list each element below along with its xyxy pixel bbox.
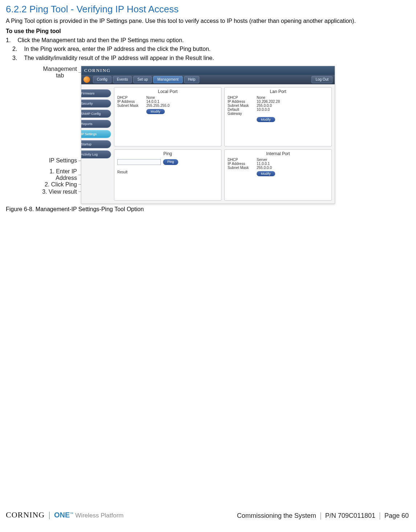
sidebar-item-firmware[interactable]: Firmware — [81, 89, 111, 97]
step-3-number: 3. — [12, 54, 23, 63]
annotation-enter-ip: 1. Enter IP Address — [49, 168, 77, 181]
footer-sep-2 — [380, 512, 380, 520]
internal-mask-value: 255.0.0.0 — [257, 166, 272, 170]
section-number: 6.2.2 — [6, 4, 27, 15]
panel-internal-port: Internal Port DHCPServer IP Address11.0.… — [224, 149, 332, 201]
sidebar-item-security[interactable]: Security — [81, 100, 111, 108]
local-mask-value: 255.255.255.0 — [146, 104, 170, 108]
figure: Management tab IP Settings 1. Enter IP A… — [11, 66, 338, 204]
local-modify-button[interactable]: Modify — [146, 109, 165, 114]
brand-corning: CORNING — [6, 510, 45, 520]
lan-mask-label: Subnet Mask — [228, 104, 254, 108]
tab-setup[interactable]: Set up — [133, 76, 152, 83]
step-2-text: In the Ping work area, enter the IP addr… — [24, 46, 211, 52]
lan-ip-value: 10.206.202.28 — [257, 100, 280, 104]
sidebar-item-activity-log[interactable]: Activity Log — [81, 150, 111, 158]
panel-ping: Ping Ping Result — [114, 149, 221, 201]
home-orb-icon[interactable] — [83, 76, 90, 83]
tab-help[interactable]: Help — [184, 76, 200, 83]
tab-config[interactable]: Config — [93, 76, 111, 83]
local-dhcp-label: DHCP — [117, 96, 143, 100]
instructions-list: 1. Click the Management tab and then the… — [6, 36, 410, 63]
sidebar-item-ip-settings[interactable]: IP Settings — [81, 130, 111, 138]
internal-ip-label: IP Address — [228, 162, 254, 166]
tab-events[interactable]: Events — [113, 76, 132, 83]
lan-ip-label: IP Address — [228, 100, 254, 104]
step-3-text: The validity/invalidity result of the IP… — [24, 55, 214, 61]
internal-modify-button[interactable]: Modify — [257, 171, 275, 176]
step-2-number: 2. — [12, 45, 23, 54]
step-1-text: Click the Management tab and then the IP… — [17, 37, 184, 43]
local-ip-value: 14.0.0.1 — [146, 100, 159, 104]
ping-result-label: Result — [117, 170, 218, 174]
panel-ping-title: Ping — [117, 151, 218, 156]
page-footer: CORNING | ONE™ Wireless Platform Commiss… — [6, 510, 410, 520]
internal-ip-value: 11.0.0.1 — [257, 162, 270, 166]
lan-gateway-label: Default Gateway — [228, 108, 254, 116]
internal-mask-label: Subnet Mask — [228, 166, 254, 170]
ping-button[interactable]: Ping — [163, 159, 178, 165]
annotation-click-ping: 2. Click Ping — [45, 181, 77, 188]
step-1: 1. Click the Management tab and then the… — [6, 36, 410, 63]
lan-gateway-value: 10.0.0.0 — [257, 108, 270, 116]
internal-dhcp-value: Server — [257, 158, 267, 162]
app-titlebar: CORNING — [81, 66, 335, 75]
footer-sep-1 — [321, 512, 321, 520]
local-mask-label: Subnet Mask — [117, 104, 143, 108]
footer-part-number: P/N 709C011801 — [324, 512, 377, 520]
footer-page-number: Page 60 — [383, 512, 410, 520]
brand-separator: | — [48, 510, 50, 520]
section-title: 6.2.2 Ping Tool - Verifying IP Host Acce… — [6, 4, 410, 15]
panel-lan-port-title: Lan Port — [228, 89, 329, 94]
panel-lan-port: Lan Port DHCPNone IP Address10.206.202.2… — [224, 87, 332, 146]
panel-internal-port-title: Internal Port — [228, 151, 329, 156]
lan-dhcp-value: None — [257, 96, 265, 100]
subheading: To use the Ping tool — [6, 28, 410, 35]
substeps: 2. In the Ping work area, enter the IP a… — [12, 45, 410, 63]
internal-dhcp-label: DHCP — [228, 158, 254, 162]
lan-mask-value: 255.0.0.0 — [257, 104, 272, 108]
step-2: 2. In the Ping work area, enter the IP a… — [12, 45, 410, 54]
intro-paragraph: A Ping Tool option is provided in the IP… — [6, 17, 410, 25]
footer-chapter: Commissioning the System — [236, 512, 318, 520]
annotation-view-result: 3. View result — [42, 189, 77, 195]
sidebar-item-reports[interactable]: Reports — [81, 120, 111, 128]
sidebar-item-snmp-config[interactable]: SNMP Config — [81, 110, 111, 118]
local-ip-label: IP Address — [117, 100, 143, 104]
panel-local-port-title: Local Port — [117, 89, 218, 94]
annotation-ip-settings: IP Settings — [49, 157, 77, 164]
tab-management[interactable]: Management — [153, 76, 182, 83]
brand-tagline: Wireless Platform — [75, 512, 123, 519]
sidebar-item-startup[interactable]: Startup — [81, 140, 111, 148]
panel-local-port: Local Port DHCPNone IP Address14.0.0.1 S… — [114, 87, 221, 146]
sidebar: Firmware Security SNMP Config Reports IP… — [81, 87, 111, 201]
content-area: Local Port DHCPNone IP Address14.0.0.1 S… — [111, 87, 332, 201]
brand-one: ONE — [54, 511, 70, 519]
local-dhcp-value: None — [146, 96, 155, 100]
step-3: 3. The validity/invalidity result of the… — [12, 54, 410, 63]
lan-dhcp-label: DHCP — [228, 96, 254, 100]
figure-caption: Figure 6-8. Management-IP Settings-Ping … — [6, 206, 410, 213]
ping-ip-input[interactable] — [117, 159, 161, 165]
footer-meta: Commissioning the System P/N 709C011801 … — [236, 512, 410, 520]
brand-trademark: ™ — [70, 512, 73, 516]
section-heading: Ping Tool - Verifying IP Host Access — [29, 4, 179, 15]
lan-modify-button[interactable]: Modify — [257, 117, 275, 122]
annotation-management-tab: Management tab — [43, 66, 77, 78]
logout-button[interactable]: Log Out — [311, 76, 333, 83]
top-tabs: Config Events Set up Management Help Log… — [81, 75, 335, 84]
step-1-number: 1. — [6, 36, 16, 45]
screenshot: CORNING Config Events Set up Management … — [81, 66, 335, 204]
footer-brand: CORNING | ONE™ Wireless Platform — [6, 510, 124, 520]
